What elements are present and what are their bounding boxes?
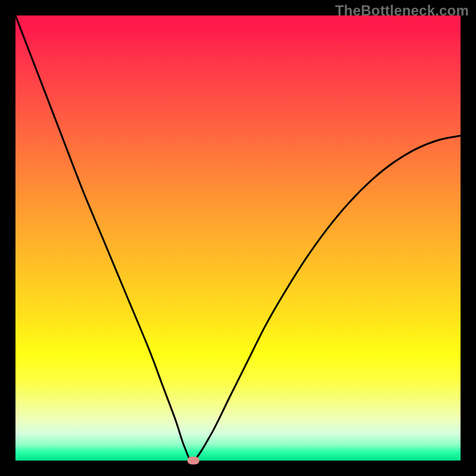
- curve-layer: [15, 15, 461, 461]
- bottleneck-curve: [15, 15, 461, 461]
- optimal-point-marker: [187, 457, 199, 465]
- chart-frame: TheBottleneck.com: [0, 0, 476, 476]
- watermark-text: TheBottleneck.com: [335, 2, 469, 19]
- plot-area: [15, 15, 461, 461]
